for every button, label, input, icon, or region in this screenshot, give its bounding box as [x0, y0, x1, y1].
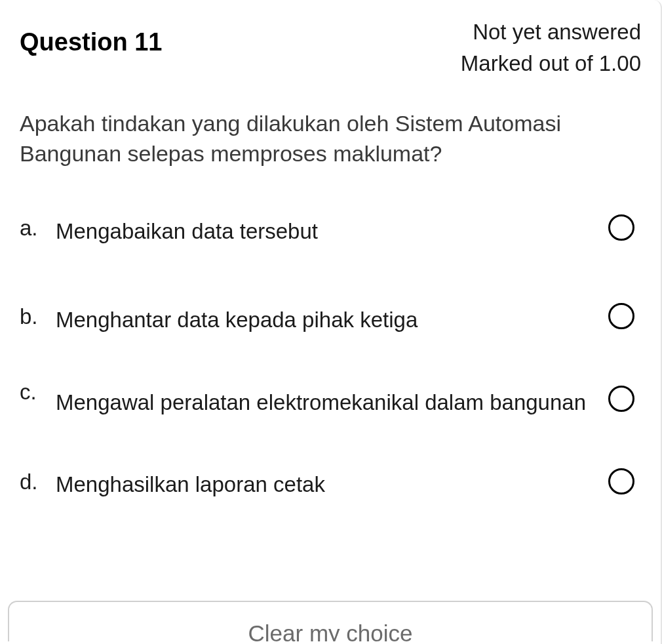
- question-text: Apakah tindakan yang dilakukan oleh Sist…: [20, 109, 641, 169]
- question-status: Not yet answered Marked out of 1.00: [461, 16, 641, 79]
- options-list: a. Mengabaikan data tersebut b. Menghant…: [20, 208, 641, 533]
- radio-icon[interactable]: [608, 386, 634, 412]
- option-letter: b.: [20, 296, 56, 329]
- clear-choice-button[interactable]: Clear my choice: [8, 601, 653, 641]
- option-text: Mengabaikan data tersebut: [56, 209, 608, 247]
- option-text: Mengawal peralatan elektromekanikal dala…: [56, 372, 608, 425]
- question-header: Question 11 Not yet answered Marked out …: [20, 16, 641, 79]
- option-b[interactable]: b. Menghantar data kepada pihak ketiga: [20, 296, 641, 336]
- radio-icon[interactable]: [608, 214, 634, 241]
- status-not-answered: Not yet answered: [461, 16, 641, 48]
- option-c[interactable]: c. Mengawal peralatan elektromekanikal d…: [20, 372, 641, 425]
- question-number: Question 11: [20, 16, 163, 56]
- option-letter: d.: [20, 462, 56, 494]
- option-d[interactable]: d. Menghasilkan laporan cetak: [20, 462, 641, 501]
- option-letter: c.: [20, 372, 56, 405]
- option-text: Menghantar data kepada pihak ketiga: [56, 298, 608, 335]
- clear-button-wrapper: Clear my choice: [8, 601, 653, 644]
- radio-icon[interactable]: [608, 303, 634, 329]
- option-text: Menghasilkan laporan cetak: [56, 462, 608, 500]
- option-letter: a.: [20, 208, 56, 241]
- question-card: Question 11 Not yet answered Marked out …: [0, 0, 662, 644]
- status-marked-out: Marked out of 1.00: [461, 48, 641, 79]
- option-a[interactable]: a. Mengabaikan data tersebut: [20, 208, 641, 247]
- radio-icon[interactable]: [608, 468, 634, 494]
